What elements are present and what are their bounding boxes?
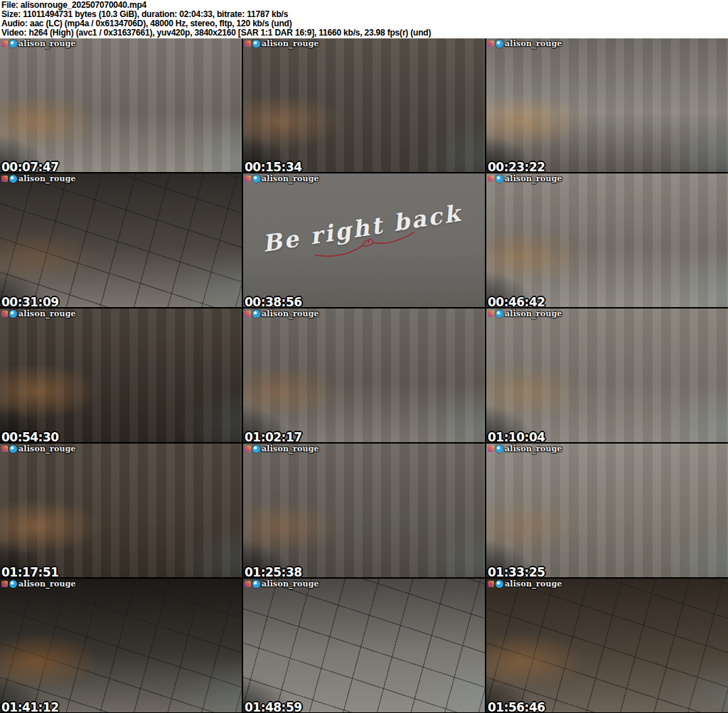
video-thumbnail: alison_rouge 00:31:09 — [0, 173, 242, 307]
timestamp-overlay: 01:48:59 — [245, 700, 302, 712]
instagram-icon — [1, 446, 8, 452]
twitter-icon — [252, 40, 260, 48]
twitter-icon — [496, 310, 503, 318]
twitter-icon — [496, 580, 503, 588]
watermark: alison_rouge — [245, 174, 319, 183]
watermark: alison_rouge — [1, 39, 76, 48]
instagram-icon — [245, 41, 251, 47]
twitter-icon — [9, 310, 17, 318]
instagram-icon — [245, 176, 251, 182]
watermark: alison_rouge — [488, 309, 562, 318]
watermark-username: alison_rouge — [505, 174, 562, 183]
video-thumbnail: alison_rouge 01:41:12 — [0, 579, 242, 712]
video-thumbnail: alison_rouge 01:02:17 — [243, 309, 485, 442]
watermark-username: alison_rouge — [262, 309, 319, 318]
watermark: alison_rouge — [245, 309, 319, 318]
video-thumbnail: alison_rouge 01:10:04 — [486, 309, 728, 442]
timestamp-overlay: 00:23:22 — [488, 160, 545, 172]
twitter-icon — [496, 40, 503, 48]
file-info-header: File: alisonrouge_202507070040.mp4 Size:… — [0, 0, 728, 38]
video-thumbnail: alison_rouge 00:07:47 — [0, 38, 242, 172]
instagram-icon — [1, 41, 8, 47]
watermark: alison_rouge — [245, 579, 319, 589]
timestamp-overlay: 00:38:56 — [245, 295, 302, 307]
timestamp-overlay: 01:02:17 — [245, 430, 302, 442]
twitter-icon — [9, 580, 17, 588]
watermark: alison_rouge — [1, 174, 76, 183]
watermark: alison_rouge — [488, 174, 562, 183]
timestamp-overlay: 01:41:12 — [1, 700, 59, 712]
watermark-username: alison_rouge — [505, 309, 562, 318]
brb-overlay: Be right back — [243, 173, 485, 307]
twitter-icon — [496, 445, 503, 453]
watermark-username: alison_rouge — [505, 579, 562, 589]
instagram-icon — [488, 311, 494, 317]
watermark: alison_rouge — [245, 39, 319, 48]
timestamp-overlay: 01:17:51 — [1, 565, 59, 577]
watermark: alison_rouge — [245, 444, 319, 454]
video-thumbnail: alison_rouge 00:15:34 — [243, 38, 485, 172]
twitter-icon — [252, 445, 260, 453]
instagram-icon — [488, 176, 494, 182]
timestamp-overlay: 00:07:47 — [1, 160, 59, 172]
thumbnail-grid: alison_rouge 00:07:47 alison_rouge 00: — [0, 38, 728, 712]
instagram-icon — [1, 311, 8, 317]
twitter-icon — [9, 445, 17, 453]
watermark-username: alison_rouge — [18, 579, 76, 589]
video-thumbnail: alison_rouge Be right back 00:38:56 — [243, 173, 485, 307]
timestamp-overlay: 01:56:46 — [488, 700, 545, 712]
watermark-username: alison_rouge — [18, 309, 76, 318]
instagram-icon — [245, 581, 251, 587]
instagram-icon — [1, 581, 8, 587]
twitter-icon — [9, 175, 17, 183]
timestamp-overlay: 00:46:42 — [488, 295, 545, 307]
twitter-icon — [252, 175, 260, 183]
video-thumbnail: alison_rouge 01:33:25 — [486, 444, 728, 577]
instagram-icon — [245, 311, 251, 317]
watermark: alison_rouge — [1, 444, 76, 454]
watermark-username: alison_rouge — [262, 174, 319, 183]
instagram-icon — [1, 176, 8, 182]
timestamp-overlay: 00:31:09 — [1, 295, 59, 307]
video-thumbnail: alison_rouge 01:56:46 — [486, 579, 728, 712]
watermark-username: alison_rouge — [505, 39, 562, 48]
video-thumbnail: alison_rouge 00:23:22 — [486, 38, 728, 172]
timestamp-overlay: 00:15:34 — [245, 160, 302, 172]
timestamp-overlay: 00:54:30 — [1, 430, 59, 442]
watermark: alison_rouge — [488, 444, 562, 454]
watermark: alison_rouge — [488, 579, 562, 589]
timestamp-overlay: 01:25:38 — [245, 565, 302, 577]
twitter-icon — [252, 580, 260, 588]
twitter-icon — [496, 175, 503, 183]
timestamp-overlay: 01:10:04 — [488, 430, 545, 442]
watermark-username: alison_rouge — [262, 39, 319, 48]
watermark: alison_rouge — [1, 579, 76, 589]
instagram-icon — [488, 41, 494, 47]
watermark: alison_rouge — [1, 309, 76, 318]
watermark-username: alison_rouge — [262, 579, 319, 589]
instagram-icon — [488, 446, 494, 452]
timestamp-overlay: 01:33:25 — [488, 565, 545, 577]
watermark-username: alison_rouge — [505, 444, 562, 454]
watermark-username: alison_rouge — [262, 444, 319, 454]
instagram-icon — [245, 446, 251, 452]
twitter-icon — [252, 310, 260, 318]
watermark-username: alison_rouge — [18, 39, 76, 48]
video-info-line: Video: h264 (High) (avc1 / 0x31637661), … — [1, 28, 728, 38]
twitter-icon — [9, 40, 17, 48]
video-thumbnail: alison_rouge 01:25:38 — [243, 444, 485, 577]
video-thumbnail: alison_rouge 01:17:51 — [0, 444, 242, 577]
watermark-username: alison_rouge — [18, 174, 76, 183]
video-thumbnail: alison_rouge 01:48:59 — [243, 579, 485, 712]
watermark-username: alison_rouge — [18, 444, 76, 454]
watermark: alison_rouge — [488, 39, 562, 48]
video-thumbnail: alison_rouge 00:54:30 — [0, 309, 242, 442]
instagram-icon — [488, 581, 494, 587]
video-thumbnail: alison_rouge 00:46:42 — [486, 173, 728, 307]
